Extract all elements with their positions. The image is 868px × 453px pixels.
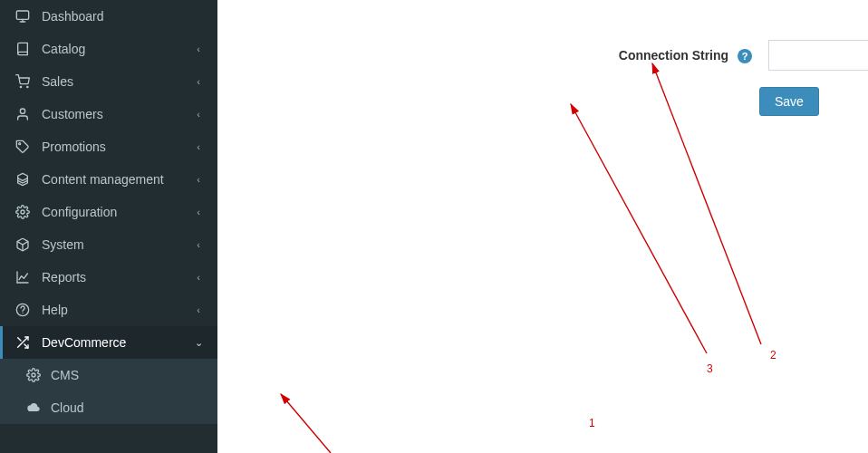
sidebar-item-label: Promotions [42,140,192,154]
sidebar-item-label: Customers [42,107,192,121]
sidebar-item-devcommerce[interactable]: DevCommerce⌄ [0,326,217,359]
chevron-left-icon: ‹ [192,304,205,315]
monitor-icon [13,9,33,24]
cart-icon [13,74,33,89]
sidebar-item-catalog[interactable]: Catalog‹ [0,33,217,65]
annotation-2: 2 [770,349,776,361]
svg-point-4 [27,86,28,87]
svg-point-7 [21,210,24,214]
form-actions: Save [217,87,868,116]
sidebar-item-help[interactable]: Help‹ [0,294,217,326]
sidebar-item-label: Cloud [51,400,205,415]
chevron-left-icon: ‹ [192,141,205,152]
sidebar-item-configuration[interactable]: Configuration‹ [0,196,217,228]
svg-line-19 [281,394,331,453]
chevron-left-icon: ‹ [192,76,205,87]
svg-line-15 [18,338,21,341]
svg-point-3 [20,86,21,87]
connection-string-row: Connection String ? [217,40,868,71]
chevron-left-icon: ‹ [192,272,205,283]
sidebar-item-label: Content management [42,172,192,187]
chevron-left-icon: ‹ [192,109,205,120]
box-icon [13,237,33,252]
sidebar: DashboardCatalog‹Sales‹Customers‹Promoti… [0,0,217,453]
connection-string-input[interactable] [768,40,868,71]
sidebar-item-label: System [42,237,192,252]
main-content: Connection String ? Save 1 2 3 [217,0,868,453]
cubes-icon [13,172,33,187]
sidebar-item-promotions[interactable]: Promotions‹ [0,130,217,163]
sidebar-item-dashboard[interactable]: Dashboard [0,0,217,33]
sidebar-item-label: DevCommerce [42,335,192,350]
sidebar-subitem-cloud[interactable]: Cloud [0,391,217,424]
chevron-left-icon: ‹ [192,207,205,217]
annotation-3: 3 [707,362,713,375]
svg-rect-0 [16,11,28,19]
book-icon [13,42,33,56]
sidebar-item-label: Sales [42,74,192,89]
chevron-down-icon: ⌄ [192,337,205,349]
sidebar-item-reports[interactable]: Reports‹ [0,261,217,294]
chevron-left-icon: ‹ [192,239,205,250]
sidebar-item-label: Dashboard [42,9,205,24]
connection-string-label: Connection String ? [217,48,752,63]
chevron-left-icon: ‹ [192,43,205,54]
tags-icon [13,140,33,154]
svg-line-17 [571,104,707,353]
user-icon [13,107,33,121]
chevron-left-icon: ‹ [192,174,205,185]
annotation-1: 1 [589,417,595,429]
save-button[interactable]: Save [759,87,819,116]
connection-string-label-text: Connection String [619,48,728,63]
sidebar-item-label: Reports [42,270,192,284]
gear-icon [24,368,43,382]
help-icon [13,303,33,317]
svg-point-16 [32,373,35,377]
sidebar-item-label: CMS [51,368,205,382]
sidebar-item-sales[interactable]: Sales‹ [0,65,217,98]
sidebar-item-label: Catalog [42,42,192,56]
shuffle-icon [13,335,33,350]
help-icon[interactable]: ? [738,49,752,63]
svg-point-6 [19,143,21,145]
sidebar-item-content-management[interactable]: Content management‹ [0,163,217,196]
sidebar-item-customers[interactable]: Customers‹ [0,98,217,130]
cloud-icon [24,400,43,415]
chart-icon [13,270,33,284]
sidebar-item-system[interactable]: System‹ [0,228,217,261]
gear-icon [13,205,33,219]
sidebar-item-label: Help [42,303,192,317]
sidebar-item-label: Configuration [42,205,192,219]
sidebar-subitem-cms[interactable]: CMS [0,359,217,391]
svg-point-5 [20,109,24,113]
